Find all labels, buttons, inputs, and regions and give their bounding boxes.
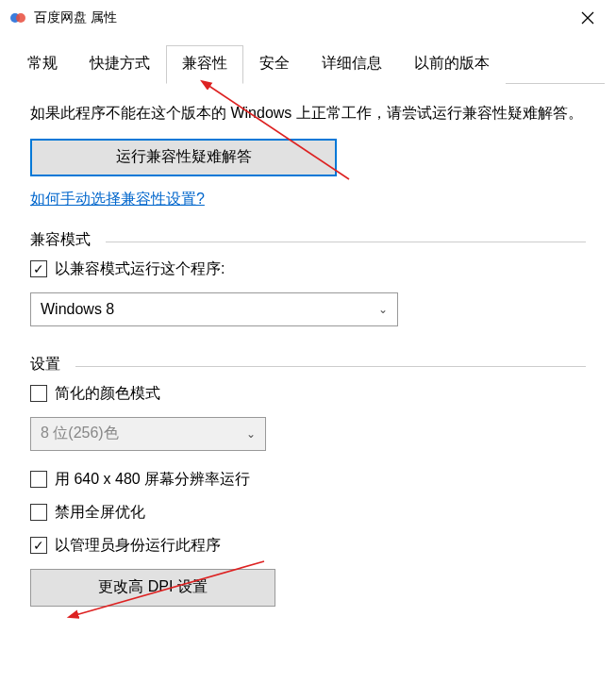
chevron-down-icon: ⌄ bbox=[378, 303, 388, 316]
tab-compatibility[interactable]: 兼容性 bbox=[166, 45, 243, 84]
chevron-down-icon: ⌄ bbox=[246, 427, 256, 441]
manual-settings-link[interactable]: 如何手动选择兼容性设置? bbox=[30, 190, 205, 209]
compat-description: 如果此程序不能在这个版本的 Windows 上正常工作，请尝试运行兼容性疑难解答… bbox=[30, 101, 586, 125]
tab-security[interactable]: 安全 bbox=[243, 45, 306, 84]
run-as-admin-label: 以管理员身份运行此程序 bbox=[55, 536, 221, 556]
compat-mode-legend: 兼容模式 bbox=[30, 230, 586, 250]
tab-details[interactable]: 详细信息 bbox=[306, 45, 398, 84]
low-res-label: 用 640 x 480 屏幕分辨率运行 bbox=[55, 470, 250, 490]
dpi-settings-button[interactable]: 更改高 DPI 设置 bbox=[30, 569, 275, 607]
divider bbox=[106, 242, 586, 242]
color-depth-value: 8 位(256)色 bbox=[41, 424, 119, 443]
close-button[interactable] bbox=[569, 4, 607, 32]
settings-legend: 设置 bbox=[30, 355, 586, 375]
titlebar: 百度网盘 属性 bbox=[0, 0, 616, 36]
compat-mode-group: 兼容模式 以兼容模式运行这个程序: Windows 8 ⌄ bbox=[30, 230, 586, 326]
compat-mode-label: 以兼容模式运行这个程序: bbox=[55, 259, 225, 279]
window-title: 百度网盘 属性 bbox=[34, 9, 569, 26]
tab-previous-versions[interactable]: 以前的版本 bbox=[398, 45, 506, 84]
tabs: 常规 快捷方式 兼容性 安全 详细信息 以前的版本 bbox=[11, 45, 605, 84]
disable-fullscreen-checkbox[interactable] bbox=[30, 504, 47, 521]
tab-body-compatibility: 如果此程序不能在这个版本的 Windows 上正常工作，请尝试运行兼容性疑难解答… bbox=[11, 84, 605, 652]
tab-shortcut[interactable]: 快捷方式 bbox=[74, 45, 166, 84]
svg-point-1 bbox=[16, 13, 25, 23]
compat-mode-checkbox[interactable] bbox=[30, 260, 47, 277]
low-res-checkbox[interactable] bbox=[30, 471, 47, 488]
reduced-color-checkbox[interactable] bbox=[30, 385, 47, 402]
run-as-admin-checkbox[interactable] bbox=[30, 537, 47, 554]
settings-group: 设置 简化的颜色模式 8 位(256)色 ⌄ 用 640 x 480 屏幕分辨率… bbox=[30, 355, 586, 607]
close-icon bbox=[581, 11, 594, 25]
compat-os-select[interactable]: Windows 8 ⌄ bbox=[30, 292, 398, 326]
reduced-color-label: 简化的颜色模式 bbox=[55, 384, 160, 404]
compat-os-value: Windows 8 bbox=[41, 301, 114, 318]
run-troubleshooter-button[interactable]: 运行兼容性疑难解答 bbox=[30, 139, 337, 176]
tab-general[interactable]: 常规 bbox=[11, 45, 74, 84]
app-icon bbox=[9, 9, 26, 26]
color-depth-select: 8 位(256)色 ⌄ bbox=[30, 417, 266, 451]
divider bbox=[75, 366, 586, 367]
disable-fullscreen-label: 禁用全屏优化 bbox=[55, 503, 145, 523]
